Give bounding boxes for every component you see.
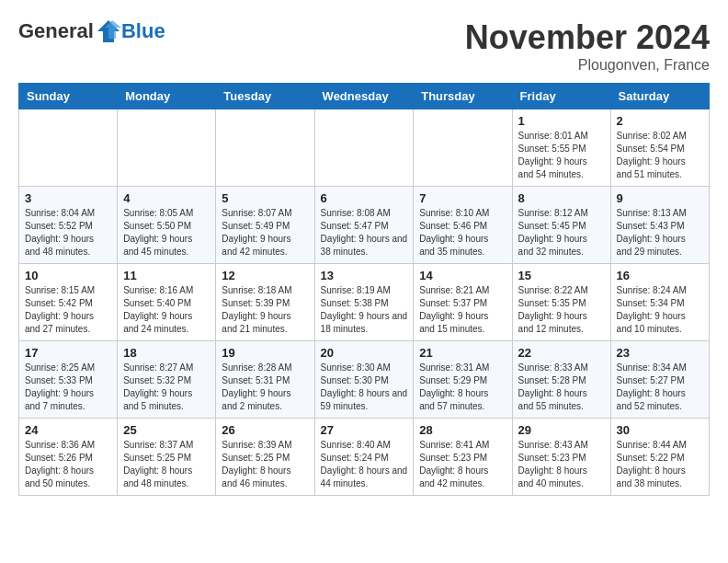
- day-number: 25: [123, 423, 210, 437]
- calendar-day-cell: 14Sunrise: 8:21 AM Sunset: 5:37 PM Dayli…: [414, 264, 512, 341]
- day-number: 27: [321, 423, 408, 437]
- day-number: 15: [518, 269, 605, 282]
- day-number: 3: [25, 191, 111, 205]
- day-number: 22: [518, 346, 605, 360]
- calendar-day-cell: 21Sunrise: 8:31 AM Sunset: 5:29 PM Dayli…: [414, 341, 512, 419]
- day-info: Sunrise: 8:27 AM Sunset: 5:32 PM Dayligh…: [123, 362, 210, 413]
- calendar-day-header: Saturday: [610, 84, 709, 109]
- day-number: 18: [123, 346, 210, 360]
- calendar-day-cell: 19Sunrise: 8:28 AM Sunset: 5:31 PM Dayli…: [216, 341, 314, 419]
- day-info: Sunrise: 8:05 AM Sunset: 5:50 PM Dayligh…: [123, 207, 210, 259]
- day-info: Sunrise: 8:37 AM Sunset: 5:25 PM Dayligh…: [123, 439, 210, 490]
- day-info: Sunrise: 8:10 AM Sunset: 5:46 PM Dayligh…: [419, 207, 506, 259]
- day-number: 5: [222, 191, 308, 205]
- calendar-day-cell: 29Sunrise: 8:43 AM Sunset: 5:23 PM Dayli…: [512, 419, 610, 496]
- calendar-day-cell: 23Sunrise: 8:34 AM Sunset: 5:27 PM Dayli…: [610, 341, 709, 419]
- day-info: Sunrise: 8:39 AM Sunset: 5:25 PM Dayligh…: [222, 439, 308, 490]
- day-number: 28: [419, 423, 506, 437]
- day-number: 7: [419, 191, 506, 205]
- calendar-day-cell: 11Sunrise: 8:16 AM Sunset: 5:40 PM Dayli…: [118, 264, 216, 341]
- calendar-day-cell: 20Sunrise: 8:30 AM Sunset: 5:30 PM Dayli…: [314, 341, 414, 419]
- month-title: November 2024: [465, 18, 710, 57]
- day-number: 13: [321, 269, 408, 282]
- day-number: 11: [123, 269, 210, 282]
- day-info: Sunrise: 8:44 AM Sunset: 5:22 PM Dayligh…: [617, 439, 703, 490]
- calendar-day-cell: 12Sunrise: 8:18 AM Sunset: 5:39 PM Dayli…: [216, 264, 314, 341]
- calendar-day-cell: 8Sunrise: 8:12 AM Sunset: 5:45 PM Daylig…: [512, 187, 610, 264]
- day-number: 4: [123, 191, 210, 205]
- day-info: Sunrise: 8:01 AM Sunset: 5:55 PM Dayligh…: [518, 130, 605, 181]
- calendar-day-cell: [414, 109, 512, 187]
- calendar-day-cell: 4Sunrise: 8:05 AM Sunset: 5:50 PM Daylig…: [118, 187, 216, 264]
- day-info: Sunrise: 8:13 AM Sunset: 5:43 PM Dayligh…: [617, 207, 703, 259]
- day-info: Sunrise: 8:28 AM Sunset: 5:31 PM Dayligh…: [222, 362, 308, 413]
- calendar-day-cell: 10Sunrise: 8:15 AM Sunset: 5:42 PM Dayli…: [19, 264, 118, 341]
- calendar-day-cell: 22Sunrise: 8:33 AM Sunset: 5:28 PM Dayli…: [512, 341, 610, 419]
- logo-blue-text: Blue: [121, 19, 165, 43]
- day-info: Sunrise: 8:22 AM Sunset: 5:35 PM Dayligh…: [518, 284, 605, 336]
- calendar-day-cell: 6Sunrise: 8:08 AM Sunset: 5:47 PM Daylig…: [314, 187, 414, 264]
- calendar-day-cell: 5Sunrise: 8:07 AM Sunset: 5:49 PM Daylig…: [216, 187, 314, 264]
- calendar-day-cell: 18Sunrise: 8:27 AM Sunset: 5:32 PM Dayli…: [118, 341, 216, 419]
- day-info: Sunrise: 8:30 AM Sunset: 5:30 PM Dayligh…: [321, 362, 408, 413]
- day-info: Sunrise: 8:41 AM Sunset: 5:23 PM Dayligh…: [419, 439, 506, 490]
- day-info: Sunrise: 8:16 AM Sunset: 5:40 PM Dayligh…: [123, 284, 210, 336]
- day-number: 26: [222, 423, 308, 437]
- calendar-day-cell: 7Sunrise: 8:10 AM Sunset: 5:46 PM Daylig…: [414, 187, 512, 264]
- day-info: Sunrise: 8:33 AM Sunset: 5:28 PM Dayligh…: [518, 362, 605, 413]
- day-info: Sunrise: 8:24 AM Sunset: 5:34 PM Dayligh…: [617, 284, 703, 336]
- title-section: November 2024 Plougonven, France: [465, 18, 710, 74]
- calendar-day-cell: 3Sunrise: 8:04 AM Sunset: 5:52 PM Daylig…: [19, 187, 118, 264]
- calendar-day-cell: 9Sunrise: 8:13 AM Sunset: 5:43 PM Daylig…: [610, 187, 709, 264]
- day-info: Sunrise: 8:18 AM Sunset: 5:39 PM Dayligh…: [222, 284, 308, 336]
- calendar-day-cell: 13Sunrise: 8:19 AM Sunset: 5:38 PM Dayli…: [314, 264, 414, 341]
- day-info: Sunrise: 8:12 AM Sunset: 5:45 PM Dayligh…: [518, 207, 605, 259]
- day-number: 10: [25, 269, 111, 282]
- location: Plougonven, France: [465, 57, 710, 74]
- calendar-day-cell: 24Sunrise: 8:36 AM Sunset: 5:26 PM Dayli…: [19, 419, 118, 496]
- day-number: 21: [419, 346, 506, 360]
- calendar-day-header: Sunday: [19, 84, 118, 109]
- calendar-week-row: 1Sunrise: 8:01 AM Sunset: 5:55 PM Daylig…: [19, 109, 710, 187]
- calendar-day-cell: 16Sunrise: 8:24 AM Sunset: 5:34 PM Dayli…: [610, 264, 709, 341]
- calendar-day-header: Friday: [512, 84, 610, 109]
- day-info: Sunrise: 8:02 AM Sunset: 5:54 PM Dayligh…: [617, 130, 703, 181]
- logo-icon: [96, 18, 121, 44]
- day-number: 23: [617, 346, 703, 360]
- page-header: General Blue November 2024 Plougonven, F…: [18, 18, 710, 74]
- day-number: 14: [419, 269, 506, 282]
- day-number: 24: [25, 423, 111, 437]
- calendar-day-cell: [216, 109, 314, 187]
- calendar-day-header: Tuesday: [216, 84, 314, 109]
- calendar-table: SundayMondayTuesdayWednesdayThursdayFrid…: [18, 83, 710, 496]
- day-info: Sunrise: 8:43 AM Sunset: 5:23 PM Dayligh…: [518, 439, 605, 490]
- calendar-day-cell: 28Sunrise: 8:41 AM Sunset: 5:23 PM Dayli…: [414, 419, 512, 496]
- calendar-day-cell: [118, 109, 216, 187]
- calendar-day-header: Wednesday: [314, 84, 414, 109]
- logo-general-text: General: [18, 19, 94, 43]
- day-number: 17: [25, 346, 111, 360]
- day-info: Sunrise: 8:36 AM Sunset: 5:26 PM Dayligh…: [25, 439, 111, 490]
- calendar-day-header: Monday: [118, 84, 216, 109]
- day-number: 2: [617, 114, 703, 128]
- day-info: Sunrise: 8:08 AM Sunset: 5:47 PM Dayligh…: [321, 207, 408, 259]
- day-info: Sunrise: 8:15 AM Sunset: 5:42 PM Dayligh…: [25, 284, 111, 336]
- calendar-day-cell: 27Sunrise: 8:40 AM Sunset: 5:24 PM Dayli…: [314, 419, 414, 496]
- day-info: Sunrise: 8:21 AM Sunset: 5:37 PM Dayligh…: [419, 284, 506, 336]
- day-info: Sunrise: 8:07 AM Sunset: 5:49 PM Dayligh…: [222, 207, 308, 259]
- day-number: 1: [518, 114, 605, 128]
- calendar-day-cell: 26Sunrise: 8:39 AM Sunset: 5:25 PM Dayli…: [216, 419, 314, 496]
- day-info: Sunrise: 8:34 AM Sunset: 5:27 PM Dayligh…: [617, 362, 703, 413]
- day-number: 16: [617, 269, 703, 282]
- day-info: Sunrise: 8:04 AM Sunset: 5:52 PM Dayligh…: [25, 207, 111, 259]
- calendar-day-cell: 15Sunrise: 8:22 AM Sunset: 5:35 PM Dayli…: [512, 264, 610, 341]
- day-number: 6: [321, 191, 408, 205]
- calendar-day-header: Thursday: [414, 84, 512, 109]
- calendar-day-cell: [314, 109, 414, 187]
- day-info: Sunrise: 8:40 AM Sunset: 5:24 PM Dayligh…: [321, 439, 408, 490]
- day-number: 30: [617, 423, 703, 437]
- calendar-week-row: 17Sunrise: 8:25 AM Sunset: 5:33 PM Dayli…: [19, 341, 710, 419]
- day-number: 12: [222, 269, 308, 282]
- day-info: Sunrise: 8:25 AM Sunset: 5:33 PM Dayligh…: [25, 362, 111, 413]
- calendar-header-row: SundayMondayTuesdayWednesdayThursdayFrid…: [19, 84, 710, 109]
